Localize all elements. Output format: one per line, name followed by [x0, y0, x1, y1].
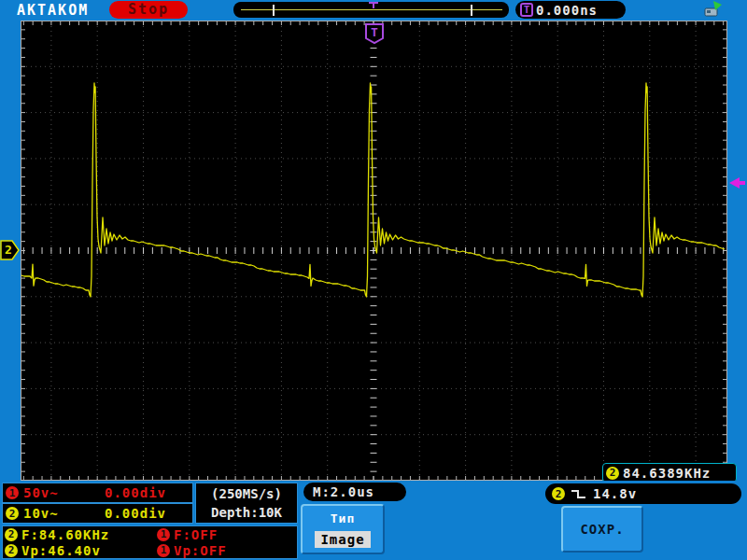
- brand-logo: AKTAKOM: [17, 2, 89, 19]
- memory-depth: Depth:10K: [211, 505, 282, 520]
- channel2-scale: 10v~: [23, 506, 59, 521]
- trigger-position-icon: [368, 1, 379, 9]
- channel1-badge: 1: [157, 544, 170, 557]
- window-end-tick: [471, 5, 472, 16]
- ch2-frequency-measure: F:84.60KHz: [21, 527, 109, 542]
- falling-edge-icon: [571, 488, 587, 500]
- top-status-bar: AKTAKOM Stop T 0.000ns: [0, 0, 747, 21]
- trigger-delay-value: 0.000ns: [536, 3, 598, 18]
- channel2-badge: 2: [5, 544, 18, 557]
- trigger-level-arrow-icon: [727, 175, 746, 190]
- timebase-readout: M:2.0us: [303, 483, 406, 501]
- channel2-position-marker: 2: [0, 240, 20, 260]
- trigger-settings-readout: 2 14.8v: [545, 483, 741, 504]
- save-type-softkey[interactable]: Тип Image: [301, 504, 385, 554]
- trigger-delay-readout: T 0.000ns: [515, 1, 626, 19]
- trigger-level-value: 14.8v: [593, 486, 637, 501]
- ch1-vpp-measure: Vp:OFF: [174, 543, 227, 558]
- trigger-marker-label: T: [371, 25, 378, 39]
- record-length-line: [241, 9, 502, 10]
- channel2-position: 0.00div: [105, 506, 166, 521]
- frequency-counter-badge: 2 84.6389KHz: [602, 463, 737, 483]
- channel-settings-panel: 1 50v~ 0.00div 2 10v~ 0.00div: [2, 483, 193, 524]
- trigger-source-badge: 2: [552, 487, 565, 500]
- save-type-value[interactable]: Image: [315, 531, 371, 548]
- frequency-counter-value: 84.6389KHz: [623, 466, 711, 481]
- sample-rate: (250MS/s): [211, 486, 282, 501]
- usb-save-icon: [702, 1, 723, 17]
- channel2-settings-row: 2 10v~ 0.00div: [3, 504, 192, 523]
- measurements-panel: 2 F:84.60KHz 1 F:OFF 2 Vp:46.40v 1 Vp:OF…: [2, 525, 298, 559]
- channel2-marker-label: 2: [5, 243, 12, 257]
- ch2-vpp-measure: Vp:46.40v: [21, 543, 101, 558]
- trigger-point-marker: T: [364, 22, 385, 45]
- channel1-badge: 1: [6, 486, 19, 499]
- acquisition-status-badge: Stop: [109, 1, 188, 19]
- acquisition-panel: (250MS/s) Depth:10K: [195, 483, 298, 524]
- save-softkey[interactable]: СОХР.: [561, 506, 643, 553]
- bottom-status-bar: 1 50v~ 0.00div 2 10v~ 0.00div (250MS/s) …: [0, 481, 747, 560]
- channel1-scale: 50v~: [23, 485, 59, 500]
- ch1-frequency-measure: F:OFF: [174, 527, 218, 542]
- trigger-t-icon: T: [520, 3, 533, 17]
- channel1-settings-row: 1 50v~ 0.00div: [3, 483, 192, 502]
- channel2-badge: 2: [5, 528, 18, 541]
- channel2-badge: 2: [6, 507, 19, 520]
- save-type-label: Тип: [303, 511, 383, 525]
- channel1-position: 0.00div: [105, 485, 166, 500]
- measurement-row-frequency: 2 F:84.60KHz 1 F:OFF: [3, 526, 297, 542]
- channel2-badge: 2: [606, 467, 619, 480]
- channel1-badge: 1: [157, 528, 170, 541]
- measurement-row-vpp: 2 Vp:46.40v 1 Vp:OFF: [3, 542, 297, 558]
- window-start-tick: [273, 5, 275, 16]
